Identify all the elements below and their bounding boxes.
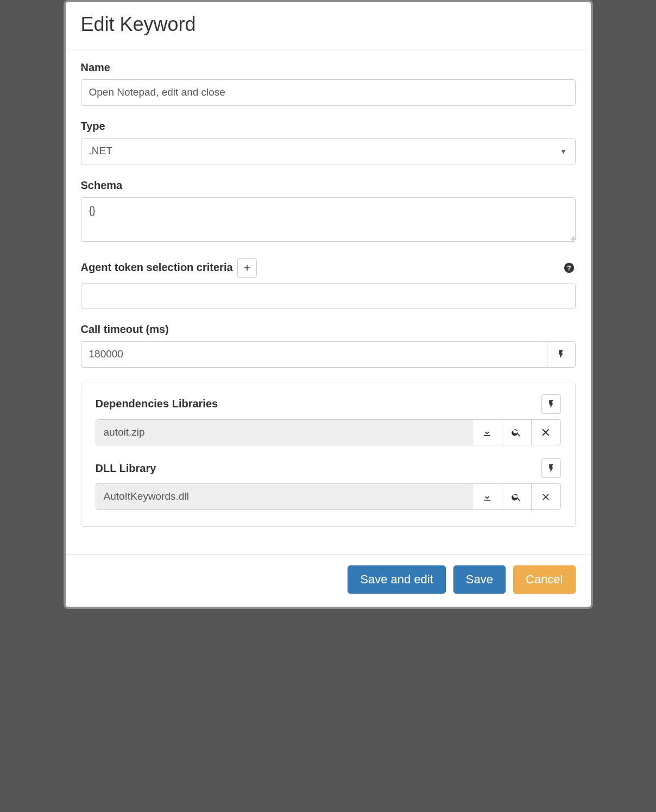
- modal-header: Edit Keyword: [66, 2, 591, 49]
- agent-criteria-input[interactable]: [81, 283, 576, 310]
- lightning-icon: [546, 399, 556, 409]
- type-group: Type .NET ▼: [81, 120, 576, 165]
- call-timeout-dynamic-button[interactable]: [547, 341, 576, 368]
- help-icon[interactable]: ?: [563, 261, 576, 274]
- modal-title: Edit Keyword: [81, 13, 576, 36]
- name-group: Name: [81, 61, 576, 106]
- dll-download-button[interactable]: [473, 483, 502, 510]
- save-and-edit-button[interactable]: Save and edit: [348, 565, 446, 594]
- svg-text:?: ?: [567, 263, 571, 272]
- search-icon: [511, 427, 522, 438]
- dll-search-button[interactable]: [502, 483, 532, 510]
- name-input[interactable]: [81, 79, 576, 106]
- dll-dynamic-button[interactable]: [541, 458, 561, 478]
- plus-icon: [242, 263, 252, 273]
- dependencies-section: Dependencies Libraries autoit.zip: [96, 394, 561, 446]
- type-label: Type: [81, 120, 576, 133]
- schema-group: Schema {}: [81, 179, 576, 244]
- dependencies-search-button[interactable]: [502, 419, 532, 446]
- dll-remove-button[interactable]: [532, 483, 561, 510]
- call-timeout-group: Call timeout (ms): [81, 323, 576, 368]
- dependencies-remove-button[interactable]: [532, 419, 561, 446]
- dll-section: DLL Library AutoItKeywords.dll: [96, 458, 561, 510]
- lightning-icon: [556, 349, 566, 359]
- close-icon: [540, 427, 551, 438]
- edit-keyword-modal: Edit Keyword Name Type .NET ▼ Schema {}: [64, 0, 593, 609]
- download-icon: [482, 492, 493, 502]
- modal-footer: Save and edit Save Cancel: [66, 554, 591, 607]
- dll-file-display: AutoItKeywords.dll: [96, 483, 473, 510]
- dependencies-download-button[interactable]: [473, 419, 502, 446]
- name-label: Name: [81, 61, 576, 74]
- dll-label: DLL Library: [96, 462, 156, 475]
- libraries-panel: Dependencies Libraries autoit.zip: [81, 382, 576, 527]
- modal-body: Name Type .NET ▼ Schema {} Agent token s…: [66, 49, 591, 532]
- dependencies-dynamic-button[interactable]: [541, 394, 561, 414]
- dependencies-label: Dependencies Libraries: [96, 398, 218, 410]
- agent-criteria-label: Agent token selection criteria: [81, 261, 233, 274]
- dependencies-file-display: autoit.zip: [96, 419, 473, 446]
- add-criteria-button[interactable]: [237, 258, 257, 278]
- save-button[interactable]: Save: [453, 565, 506, 594]
- lightning-icon: [546, 463, 556, 473]
- download-icon: [482, 427, 493, 438]
- call-timeout-input[interactable]: [81, 341, 547, 368]
- schema-textarea[interactable]: {}: [81, 197, 576, 242]
- schema-label: Schema: [81, 179, 576, 192]
- close-icon: [540, 492, 551, 502]
- search-icon: [511, 492, 522, 502]
- type-select[interactable]: .NET: [81, 138, 576, 165]
- cancel-button[interactable]: Cancel: [513, 565, 575, 594]
- call-timeout-label: Call timeout (ms): [81, 323, 576, 336]
- agent-criteria-group: Agent token selection criteria ?: [81, 258, 576, 310]
